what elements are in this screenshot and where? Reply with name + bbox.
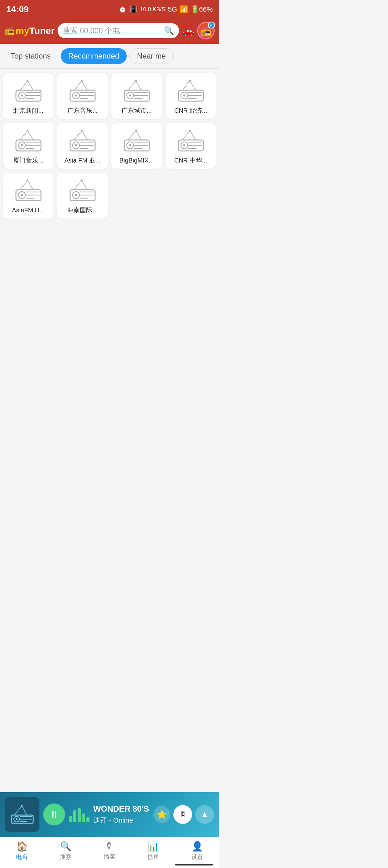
data-speed: 10.0 KB/S <box>140 6 165 13</box>
track-subtitle: 迪拜 - Online <box>93 816 150 825</box>
svg-point-44 <box>27 130 29 131</box>
signal-icon: 📶 <box>180 5 188 13</box>
nav-item-search[interactable]: 🔍 搜索 <box>44 841 88 861</box>
header-actions: 🚗 📻 ✓ <box>182 22 215 39</box>
charts-icon: 📊 <box>148 841 159 852</box>
station-radio-icon <box>177 129 205 153</box>
svg-point-47 <box>75 144 77 147</box>
network-icon: 5G <box>168 5 177 13</box>
nav-item-settings[interactable]: 👤 设置 <box>175 841 219 861</box>
station-radio-icon <box>123 129 151 153</box>
track-info: WONDER 80'S 迪拜 - Online <box>93 804 150 825</box>
nav-label-search: 搜索 <box>60 853 72 861</box>
nav-item-radio[interactable]: 🏠 电台 <box>0 841 44 861</box>
station-name: CNR 中华... <box>174 156 207 164</box>
svg-line-25 <box>136 81 141 90</box>
play-pause-button[interactable]: ⏸ <box>43 804 65 826</box>
station-radio-icon <box>68 79 97 103</box>
svg-line-79 <box>28 180 33 190</box>
search-bar[interactable]: 搜索 60,000 个电... 🔍 <box>58 23 179 38</box>
status-icons: ⏰ 📳 10.0 KB/S 5G 📶 🔋66% <box>118 5 213 13</box>
station-card[interactable]: Asia FM 亚... <box>57 123 108 169</box>
svg-point-26 <box>135 80 137 82</box>
expand-button[interactable]: ▲ <box>195 805 214 824</box>
nav-item-podcast[interactable]: 🎙 播客 <box>88 841 131 861</box>
station-name: 厦门音乐... <box>13 156 43 164</box>
bar-3 <box>77 808 81 822</box>
status-time: 14:09 <box>6 4 29 14</box>
car-mode-icon[interactable]: 🚗 <box>182 25 195 37</box>
equalizer-button[interactable]: 🎛 <box>173 805 192 824</box>
station-grid: 北京新闻... 广东音乐... 广东城市... CNR 经济... <box>0 69 219 223</box>
active-station-badge[interactable]: 📻 ✓ <box>197 22 215 39</box>
alarm-icon: ⏰ <box>118 5 127 13</box>
station-radio-icon <box>68 129 97 153</box>
station-card[interactable]: BigBigMIX... <box>111 123 162 169</box>
nav-label-podcast: 播客 <box>104 852 116 861</box>
svg-line-42 <box>20 131 28 140</box>
bar-4 <box>82 813 85 822</box>
svg-line-97 <box>22 806 27 815</box>
svg-point-20 <box>129 95 131 97</box>
home-indicator <box>175 864 213 866</box>
station-card[interactable]: CNR 中华... <box>165 123 216 169</box>
station-card[interactable]: 北京新闻... <box>3 73 54 119</box>
svg-line-61 <box>136 131 141 140</box>
station-radio-icon <box>68 179 97 202</box>
station-card[interactable]: CNR 经济... <box>165 73 216 119</box>
svg-point-98 <box>21 805 23 807</box>
player-actions: ⭐ 🎛 ▲ <box>153 805 214 824</box>
svg-point-65 <box>183 144 185 147</box>
svg-point-2 <box>21 95 23 97</box>
svg-point-11 <box>75 95 77 97</box>
station-card[interactable]: 海南国际... <box>57 173 108 219</box>
svg-line-87 <box>74 180 82 190</box>
check-icon: ✓ <box>208 22 215 29</box>
svg-point-38 <box>21 144 23 147</box>
svg-point-17 <box>81 80 83 82</box>
svg-line-96 <box>14 806 22 815</box>
bottom-navigation: 🏠 电台 🔍 搜索 🎙 播客 📊 榜单 👤 设置 <box>0 837 219 868</box>
bar-1 <box>69 816 72 822</box>
app-header: 📻 myTuner 搜索 60,000 个电... 🔍 🚗 📻 ✓ <box>0 19 219 44</box>
album-art <box>5 797 39 832</box>
station-radio-icon <box>14 79 42 103</box>
svg-line-70 <box>190 131 196 140</box>
station-card[interactable]: AsiaFM H... <box>3 173 54 219</box>
tab-top-stations[interactable]: Top stations <box>3 48 58 64</box>
svg-point-89 <box>81 179 83 181</box>
pause-icon: ⏸ <box>50 809 59 820</box>
tab-recommended[interactable]: Recommended <box>61 48 127 64</box>
station-card[interactable]: 广东音乐... <box>57 73 108 119</box>
vibrate-icon: 📳 <box>129 5 138 13</box>
status-bar: 14:09 ⏰ 📳 10.0 KB/S 5G 📶 🔋66% <box>0 0 219 19</box>
station-radio-icon <box>123 79 151 103</box>
station-radio-icon <box>14 129 42 153</box>
svg-line-6 <box>20 81 28 90</box>
svg-line-34 <box>190 81 196 90</box>
bar-5 <box>86 817 90 822</box>
svg-point-92 <box>15 818 18 820</box>
station-card[interactable]: 广东城市... <box>111 73 162 119</box>
station-name: 海南国际... <box>67 206 98 214</box>
app-logo: 📻 myTuner <box>4 25 55 36</box>
search-icon[interactable]: 🔍 <box>164 26 174 36</box>
svg-point-80 <box>27 179 29 181</box>
station-name: BigBigMIX... <box>119 156 154 164</box>
nav-item-charts[interactable]: 📊 榜单 <box>131 841 175 861</box>
radio-art-icon <box>10 804 35 825</box>
station-name: 广东音乐... <box>67 106 98 115</box>
audio-bars <box>69 807 90 822</box>
svg-point-83 <box>75 194 77 196</box>
search-nav-icon: 🔍 <box>60 841 72 852</box>
tab-near-me[interactable]: Near me <box>129 48 174 64</box>
station-radio-icon <box>177 79 205 103</box>
station-card[interactable]: 厦门音乐... <box>3 123 54 169</box>
svg-line-69 <box>183 131 190 140</box>
station-radio-icon <box>14 179 42 202</box>
svg-line-16 <box>82 81 87 90</box>
svg-point-74 <box>21 194 23 196</box>
svg-line-60 <box>128 131 136 140</box>
svg-point-53 <box>81 130 83 131</box>
favorite-button[interactable]: ⭐ <box>153 806 170 823</box>
